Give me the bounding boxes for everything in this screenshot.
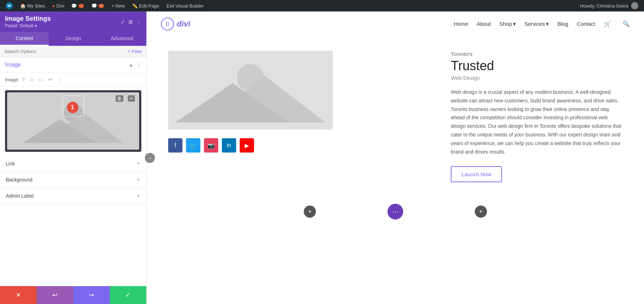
more-tool-icon[interactable]: ⋮ (57, 76, 64, 83)
search-input[interactable] (4, 49, 125, 54)
undo-tool-icon[interactable]: ↩ (47, 76, 54, 83)
help-icon[interactable]: ? (21, 76, 26, 83)
exit-builder-btn[interactable]: Exit Visual Builder (164, 0, 207, 11)
confirm-button[interactable]: ✓ (110, 286, 146, 304)
more-icon[interactable]: ⋮ (136, 19, 141, 25)
link-label: Link (6, 161, 136, 167)
hero-svg (168, 51, 333, 130)
shop-dropdown-icon: ▾ (513, 21, 516, 27)
bottom-action-bar: ✕ ↩ ↪ ✓ (0, 286, 146, 304)
section-title: Image (5, 62, 128, 68)
edit-icon: ✏️ (132, 3, 138, 9)
admin-label-section[interactable]: Admin Label ▼ (0, 188, 146, 204)
comments-icon: 💬 (71, 3, 77, 9)
left-column: f 🐦 📷 in ▶ (168, 51, 429, 153)
sidebar-header: Image Settings Preset: Default ▾ ⤢ ⊞ ⋮ (0, 11, 146, 32)
instagram-icon[interactable]: 📷 (204, 138, 218, 153)
image-section-header: Image ▲ ⋮ (0, 57, 146, 73)
content-area: D divi Home About Shop ▾ Services ▾ Blog… (147, 11, 644, 304)
nav-items: Home About Shop ▾ Services ▾ Blog Contac… (454, 20, 630, 27)
comments-badge: 1 (78, 4, 84, 8)
image-placeholder: 🗑 ↩ 1 (7, 92, 139, 150)
cart-icon[interactable]: 🛒 (604, 20, 611, 27)
admin-label-label: Admin Label (6, 193, 136, 199)
logo-circle: D (161, 18, 174, 30)
twitter-icon[interactable]: 🐦 (186, 138, 200, 153)
undo-overlay-icon[interactable]: ↩ (128, 95, 135, 102)
image-label: Image (5, 77, 18, 82)
collapse-icon[interactable]: ▲ (128, 62, 133, 68)
resize-handle[interactable]: ↔ (145, 153, 155, 163)
nav-services[interactable]: Services ▾ (525, 21, 549, 27)
facebook-icon[interactable]: f (168, 138, 182, 153)
tab-content[interactable]: Content (0, 32, 49, 46)
background-section[interactable]: Background ▼ (0, 172, 146, 188)
search-bar: + Filter (0, 46, 146, 57)
background-label: Background (6, 177, 136, 183)
user-menu[interactable]: Howdy, Christina Gwira (577, 2, 641, 9)
cursor-icon[interactable]: ▷ (38, 76, 44, 83)
nav-about[interactable]: About (477, 21, 491, 27)
layout-icon[interactable]: ⊞ (128, 19, 133, 25)
divi-menu[interactable]: ● Divi (49, 0, 67, 11)
site-navigation: D divi Home About Shop ▾ Services ▾ Blog… (147, 11, 644, 37)
delete-overlay-icon[interactable]: 🗑 (116, 95, 123, 102)
image-tools-row: Image ? ▭ ▷ ↩ ⋮ (0, 73, 146, 87)
services-dropdown-icon: ▾ (546, 21, 549, 27)
hero-image (168, 51, 333, 130)
link-section[interactable]: Link ▼ (0, 156, 146, 172)
sidebar-panel: Image Settings Preset: Default ▾ ⤢ ⊞ ⋮ C… (0, 11, 147, 304)
comments-menu[interactable]: 💬 1 (68, 0, 87, 11)
exit-builder-label: Exit Visual Builder (166, 3, 204, 9)
nav-contact[interactable]: Contact (577, 21, 595, 27)
search-icon[interactable]: 🔍 (623, 20, 630, 27)
tab-design[interactable]: Design (49, 32, 97, 46)
wp-menu[interactable]: W (3, 0, 16, 11)
new-menu[interactable]: + New (108, 0, 127, 11)
edit-page-btn[interactable]: ✏️ Edit Page (129, 0, 162, 11)
page-content: f 🐦 📷 in ▶ Toronto's Trusted Web Design … (147, 37, 644, 197)
builder-controls: + ⋯ + (147, 197, 644, 227)
redo-button[interactable]: ↪ (73, 286, 110, 304)
fullscreen-icon[interactable]: ⤢ (121, 19, 125, 25)
chat-badge: 0 (98, 4, 104, 8)
right-column: Toronto's Trusted Web Design Web design … (451, 51, 623, 182)
howdy-label: Howdy, Christina Gwira (580, 3, 628, 9)
nav-shop[interactable]: Shop ▾ (499, 21, 516, 27)
chat-menu[interactable]: 💭 0 (88, 0, 107, 11)
divi-icon: ● (52, 3, 55, 9)
section-more-icon[interactable]: ⋮ (136, 62, 141, 68)
chat-icon: 💭 (91, 3, 97, 9)
tab-advanced[interactable]: Advanced (98, 32, 146, 46)
edit-page-label: Edit Page (139, 3, 159, 9)
avatar (631, 2, 638, 9)
sidebar-title: Image Settings (5, 15, 51, 23)
sidebar-tabs: Content Design Advanced (0, 32, 146, 46)
filter-label: Filter (132, 49, 142, 54)
undo-button[interactable]: ↩ (36, 286, 73, 304)
new-label: + New (111, 3, 125, 9)
linkedin-icon[interactable]: in (222, 138, 236, 153)
youtube-icon[interactable]: ▶ (240, 138, 254, 153)
my-sites-label: My Sites (27, 3, 45, 9)
nav-home[interactable]: Home (454, 21, 468, 27)
my-sites-menu[interactable]: 🏠 My Sites (17, 0, 48, 11)
divi-label: Divi (57, 3, 64, 9)
image-preview[interactable]: 🗑 ↩ 1 (5, 90, 141, 152)
admin-bar: W 🏠 My Sites ● Divi 💬 1 💭 0 + New ✏️ Edi… (0, 0, 644, 11)
social-icons-row: f 🐦 📷 in ▶ (168, 138, 429, 153)
house-icon: 🏠 (20, 3, 26, 9)
admin-label-chevron: ▼ (136, 193, 141, 198)
nav-blog[interactable]: Blog (557, 21, 568, 27)
filter-button[interactable]: + Filter (128, 49, 142, 54)
add-section-right[interactable]: + (475, 206, 487, 218)
web-design-text: Web Design (451, 75, 623, 81)
wp-logo: W (6, 2, 13, 9)
phone-icon[interactable]: ▭ (29, 76, 35, 83)
sidebar-preset[interactable]: Preset: Default ▾ (5, 23, 51, 28)
cancel-button[interactable]: ✕ (0, 286, 36, 304)
options-circle[interactable]: ⋯ (387, 204, 403, 219)
launch-now-button[interactable]: Launch Now (451, 166, 502, 182)
image-preview-container: 🗑 ↩ 1 (0, 87, 146, 156)
add-section-left[interactable]: + (304, 206, 316, 218)
